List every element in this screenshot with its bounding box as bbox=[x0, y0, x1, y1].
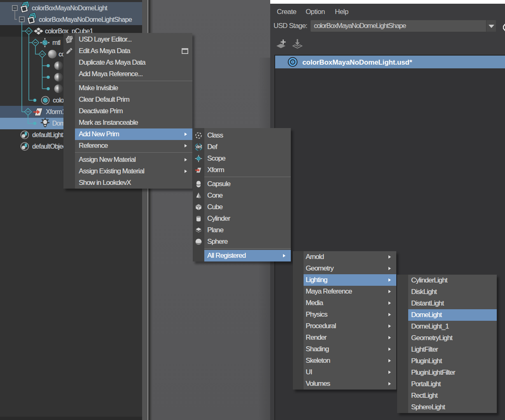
svg-text:def: def bbox=[196, 145, 202, 149]
